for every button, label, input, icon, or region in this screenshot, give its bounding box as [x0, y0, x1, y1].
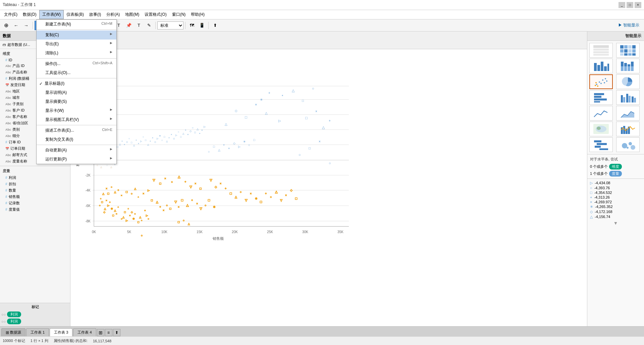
svg-text:+: +	[191, 199, 193, 202]
toolbar-map-btn[interactable]: 🗺	[187, 21, 197, 30]
menu-data[interactable]: 数据(D)	[20, 10, 39, 19]
svg-text:△: △	[225, 122, 227, 126]
meas-sales[interactable]: #销售额	[0, 194, 70, 200]
chart-type-gantt[interactable]	[589, 137, 613, 152]
chart-type-heatmap[interactable]	[616, 43, 640, 58]
svg-text:×: ×	[285, 194, 287, 197]
svg-text:◇: ◇	[190, 130, 192, 133]
legend-item-5: × -4,269.972	[590, 200, 641, 204]
menu-worksheet[interactable]: 工作表(W)	[39, 10, 64, 19]
window-controls[interactable]: _ □ ×	[619, 2, 641, 8]
menu-map[interactable]: 地图(M)	[122, 10, 142, 19]
dropdown-copy[interactable]: 复制(C) ▶	[37, 30, 116, 40]
svg-text:×: ×	[121, 194, 122, 197]
svg-text:-4K: -4K	[85, 189, 91, 192]
export-sheet-btn[interactable]: ⬆	[113, 329, 120, 336]
svg-text:○: ○	[312, 86, 314, 90]
svg-text:×: ×	[187, 133, 189, 136]
svg-text:△: △	[275, 190, 278, 194]
legend-item-3: □ -4,354.532	[590, 191, 641, 195]
chart-type-pie[interactable]	[616, 74, 640, 89]
smart-display-btn[interactable]: ▶ 智能显示	[615, 21, 643, 29]
x-axis: 0K 5K 10K 15K 20K 25K 30K 35K 销售额	[92, 230, 343, 240]
dropdown-tooltip[interactable]: 工具提示(O)...	[37, 68, 116, 77]
menu-analysis[interactable]: 分析(A)	[104, 10, 122, 19]
toolbar-back-btn[interactable]: ←	[11, 21, 21, 30]
dropdown-show-cards[interactable]: 显示卡(W) ▶	[37, 106, 116, 115]
dropdown-auto-update[interactable]: 自动更新(A) ▶	[37, 146, 116, 155]
meas-quantity[interactable]: #数量	[0, 187, 70, 194]
menu-window[interactable]: 窗口(N)	[169, 10, 189, 19]
svg-rect-250	[621, 62, 624, 66]
menu-dashboard[interactable]: 仪表板(B)	[64, 10, 87, 19]
svg-point-265	[606, 80, 607, 82]
toolbar-device-btn[interactable]: 📱	[197, 21, 207, 30]
chart-type-area[interactable]	[616, 106, 640, 121]
mark-row-2[interactable]: ○○ 利润	[1, 318, 69, 325]
svg-text:□: □	[200, 187, 202, 190]
tab-sheet1[interactable]: 工作表 1	[26, 328, 49, 336]
dropdown-export[interactable]: 导出(E) ▶	[37, 40, 116, 49]
dropdown-copy-crosstab[interactable]: 复制为交叉表(I)	[37, 135, 116, 144]
dropdown-new-worksheet[interactable]: 新建工作表(N) Ctrl+M	[37, 20, 116, 29]
dropdown-actions[interactable]: 操作(I)... Ctrl+Shift+A	[37, 59, 116, 68]
dropdown-clear[interactable]: 清除(L) ▶	[37, 49, 116, 58]
dropdown-describe[interactable]: 描述工作表(E)... Ctrl+E	[37, 126, 116, 135]
svg-text:△: △	[235, 195, 237, 199]
menu-file[interactable]: 文件(E)	[1, 10, 20, 19]
svg-text:▷: ▷	[107, 204, 110, 207]
dropdown-show-title[interactable]: ✓显示标题(I)	[37, 79, 116, 88]
chart-type-scatter[interactable]	[589, 74, 613, 89]
chart-type-dual-axis[interactable]	[616, 122, 640, 136]
legend-value-1: -4,434.08	[595, 181, 610, 185]
tab-sheet4[interactable]: 工作表 4	[73, 328, 96, 336]
legend-marker-1: ▷	[590, 181, 593, 185]
svg-text:◇: ◇	[126, 141, 128, 143]
toolbar-view-select[interactable]: 标准 整个视图 宽度固定	[157, 21, 183, 29]
new-sheet-btn[interactable]: ⊞	[97, 329, 104, 336]
dropdown-show-caption[interactable]: 显示说明(A)	[37, 88, 116, 97]
dropdown-run-update[interactable]: 运行更新(P) ▶	[37, 155, 116, 164]
menu-story[interactable]: 故事(I)	[87, 10, 104, 19]
meas-profit[interactable]: #利润	[0, 175, 70, 181]
chart-type-bar[interactable]	[589, 59, 613, 73]
svg-text:△: △	[186, 203, 189, 207]
svg-text:□: □	[253, 138, 255, 142]
chart-type-grouped-bar[interactable]	[616, 90, 640, 105]
close-btn[interactable]: ×	[635, 2, 641, 8]
chart-type-map[interactable]	[589, 122, 613, 136]
toolbar-forward-btn[interactable]: →	[21, 21, 31, 30]
svg-text:+: +	[168, 137, 170, 139]
meas-discount[interactable]: #折扣	[0, 181, 70, 187]
meas-measure-values[interactable]: #度量值	[0, 206, 70, 213]
svg-text:×: ×	[195, 182, 196, 185]
svg-point-281	[597, 127, 601, 130]
menu-help[interactable]: 帮助(H)	[188, 10, 207, 19]
menu-format[interactable]: 设置格式(O)	[142, 10, 169, 19]
minimize-btn[interactable]: _	[619, 2, 625, 8]
chart-type-hbar[interactable]	[589, 90, 613, 105]
svg-rect-242	[624, 53, 628, 56]
tab-datasource[interactable]: ⊞ 数据源	[1, 328, 25, 336]
toolbar-new-btn[interactable]: ⊕	[1, 21, 11, 30]
legend-item-2: ○ -4,393.76	[590, 186, 641, 190]
mark-row-1[interactable]: ○○ 利润	[1, 311, 69, 318]
chart-type-line[interactable]	[589, 106, 613, 121]
toolbar-label-btn[interactable]: T	[134, 21, 144, 30]
chart-type-bubble[interactable]	[616, 137, 640, 152]
legend-marker-8: △	[590, 215, 593, 219]
chart-type-stacked[interactable]	[616, 59, 640, 73]
dropdown-show-view-toolbar[interactable]: 显示视图工具栏(V) ▶	[37, 115, 116, 124]
svg-text:30K: 30K	[302, 230, 308, 234]
toolbar-share-btn[interactable]: ⬆	[210, 21, 220, 30]
toolbar-fix-btn[interactable]: ✎	[144, 21, 154, 30]
tab-sheet3[interactable]: 工作表 3	[50, 328, 72, 336]
chart-type-text[interactable]	[589, 43, 613, 58]
svg-text:□: □	[169, 207, 171, 210]
duplicate-sheet-btn[interactable]: ≡	[105, 329, 112, 336]
maximize-btn[interactable]: □	[627, 2, 633, 8]
dropdown-show-summary[interactable]: 显示摘要(S)	[37, 97, 116, 106]
toolbar-pin-btn[interactable]: 📌	[124, 21, 133, 30]
meas-records[interactable]: #记录数	[0, 200, 70, 206]
svg-text:+: +	[150, 140, 151, 142]
